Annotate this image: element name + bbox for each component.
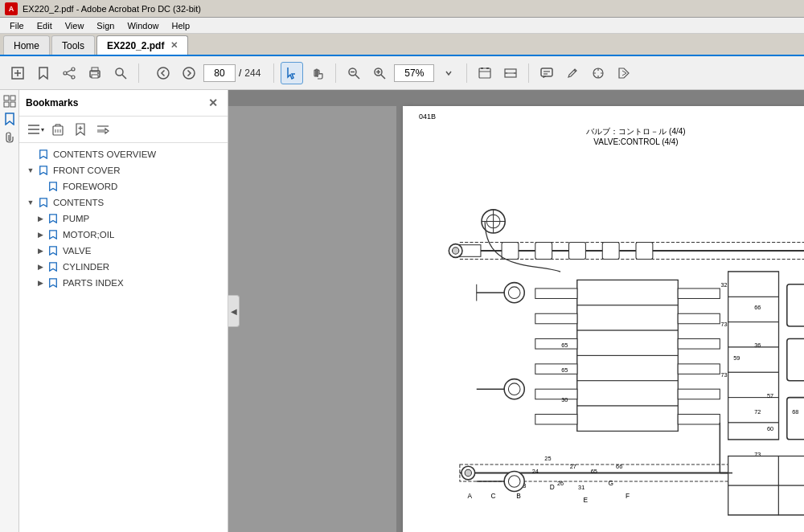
zoom-dropdown-button[interactable] xyxy=(437,62,460,84)
svg-point-15 xyxy=(158,68,169,79)
svg-line-40 xyxy=(622,73,626,76)
comment-button[interactable] xyxy=(535,62,558,84)
panel-collapse-button[interactable]: ◀ xyxy=(228,295,240,327)
panel-title: Bookmarks xyxy=(26,97,205,108)
tab-close-button[interactable]: ✕ xyxy=(170,40,178,51)
bookmark-icon xyxy=(37,165,50,176)
svg-rect-34 xyxy=(541,68,552,76)
tab-tools[interactable]: Tools xyxy=(51,35,95,55)
next-page-button[interactable] xyxy=(178,62,200,84)
bookmark-label: CONTENTS xyxy=(53,198,104,207)
share-button[interactable] xyxy=(58,62,80,84)
pdf-viewer[interactable]: 041B バルブ：コントロ－ル (4/4) VALVE:CONTROL (4/4… xyxy=(228,90,804,532)
fit-page-button[interactable] xyxy=(474,62,496,84)
toolbar: / 244 xyxy=(0,56,804,90)
separator-4 xyxy=(466,63,467,83)
bookmark-expand-icon[interactable]: ▶ xyxy=(35,246,45,256)
zoom-level-input[interactable] xyxy=(394,64,434,82)
page-thumbnails-button[interactable] xyxy=(2,93,18,109)
menu-edit[interactable]: Edit xyxy=(31,19,59,32)
page-title: バルブ：コントロ－ル (4/4) VALVE:CONTROL (4/4) xyxy=(419,126,804,146)
search-button[interactable] xyxy=(109,62,132,84)
svg-rect-10 xyxy=(92,75,98,78)
svg-text:60: 60 xyxy=(767,425,773,432)
window-title: EX220_2.pdf - Adobe Acrobat Pro DC (32-b… xyxy=(23,4,201,14)
panel-close-button[interactable]: ✕ xyxy=(205,95,221,111)
tab-bar: Home Tools EX220_2.pdf ✕ xyxy=(0,34,804,56)
menu-view[interactable]: View xyxy=(59,19,91,32)
attachments-button[interactable] xyxy=(2,129,18,145)
app-icon: A xyxy=(5,2,18,15)
bookmark-item[interactable]: ▼ FRONT COVER xyxy=(19,162,228,178)
svg-text:65: 65 xyxy=(561,342,568,349)
bookmark-item[interactable]: ▶ PUMP xyxy=(19,211,228,227)
page-label: 041B xyxy=(419,113,436,121)
bookmarks-button[interactable] xyxy=(2,111,18,127)
bookmark-expand-icon[interactable]: ▼ xyxy=(26,166,35,175)
menu-help[interactable]: Help xyxy=(166,19,197,32)
drawing-tools-button[interactable] xyxy=(587,62,609,84)
hand-tool-button[interactable] xyxy=(306,62,329,84)
svg-rect-82 xyxy=(678,289,720,299)
svg-text:73: 73 xyxy=(721,321,728,328)
bookmark-expand-icon[interactable]: ▶ xyxy=(35,230,45,239)
bookmark-item[interactable]: FOREWORD xyxy=(19,178,228,194)
svg-point-13 xyxy=(116,68,123,76)
bookmark-item[interactable]: ▶ PARTS INDEX xyxy=(19,275,228,291)
svg-rect-97 xyxy=(787,339,804,381)
bookmark-item[interactable]: ▶ VALVE xyxy=(19,243,228,259)
svg-text:25: 25 xyxy=(544,455,551,462)
zoom-out-button[interactable] xyxy=(343,62,365,84)
bookmark-expand-icon xyxy=(26,149,35,159)
svg-text:36: 36 xyxy=(754,342,761,349)
svg-text:A: A xyxy=(468,492,473,500)
panel-options-button[interactable] xyxy=(26,120,45,139)
panel-delete-button[interactable] xyxy=(48,120,68,139)
panel-header: Bookmarks ✕ xyxy=(19,90,228,117)
separator-3 xyxy=(335,63,336,83)
prev-page-button[interactable] xyxy=(152,62,174,84)
page-number-input[interactable] xyxy=(203,64,236,82)
tab-document[interactable]: EX220_2.pdf ✕ xyxy=(96,35,188,55)
menu-sign[interactable]: Sign xyxy=(90,19,121,32)
svg-rect-104 xyxy=(502,243,519,260)
svg-rect-81 xyxy=(535,414,577,424)
bookmark-expand-icon[interactable]: ▶ xyxy=(35,214,45,223)
svg-rect-106 xyxy=(569,243,586,260)
fit-width-button[interactable] xyxy=(499,62,522,84)
tab-home-label: Home xyxy=(14,40,39,51)
bookmark-item[interactable]: CONTENTS OVERVIEW xyxy=(19,146,228,162)
svg-rect-70 xyxy=(577,280,678,305)
svg-rect-108 xyxy=(636,243,653,260)
menu-file[interactable]: File xyxy=(3,19,31,32)
create-button[interactable] xyxy=(6,62,29,84)
markup-button[interactable] xyxy=(561,62,584,84)
svg-rect-90 xyxy=(728,297,779,321)
bookmark-item[interactable]: ▼ CONTENTS xyxy=(19,194,228,211)
bookmark-icon xyxy=(47,245,59,256)
svg-marker-63 xyxy=(40,198,47,207)
panel-wrap-button[interactable] xyxy=(93,120,113,139)
bookmark-label: CONTENTS OVERVIEW xyxy=(53,149,156,159)
svg-rect-77 xyxy=(535,313,577,324)
svg-rect-86 xyxy=(678,389,720,399)
svg-point-149 xyxy=(508,287,520,299)
bookmark-expand-icon[interactable]: ▶ xyxy=(35,278,45,288)
bookmark-add-button[interactable] xyxy=(32,62,55,84)
select-tool-button[interactable] xyxy=(281,62,303,84)
svg-text:24: 24 xyxy=(532,468,539,475)
zoom-in-button[interactable] xyxy=(368,62,391,84)
tab-home[interactable]: Home xyxy=(3,35,50,55)
bookmark-expand-icon[interactable]: ▼ xyxy=(26,198,35,207)
action-button[interactable] xyxy=(613,62,635,84)
svg-marker-60 xyxy=(40,150,47,158)
panel-new-button[interactable] xyxy=(71,120,90,139)
bookmark-expand-icon[interactable]: ▶ xyxy=(35,262,45,272)
print-button[interactable] xyxy=(84,62,106,84)
menu-window[interactable]: Window xyxy=(121,19,165,32)
bookmark-item[interactable]: ▶ MOTOR;OIL xyxy=(19,227,228,243)
svg-rect-26 xyxy=(479,68,490,78)
bookmark-icon xyxy=(47,181,59,192)
bookmark-item[interactable]: ▶ CYLINDER xyxy=(19,259,228,275)
svg-text:66: 66 xyxy=(754,304,761,311)
